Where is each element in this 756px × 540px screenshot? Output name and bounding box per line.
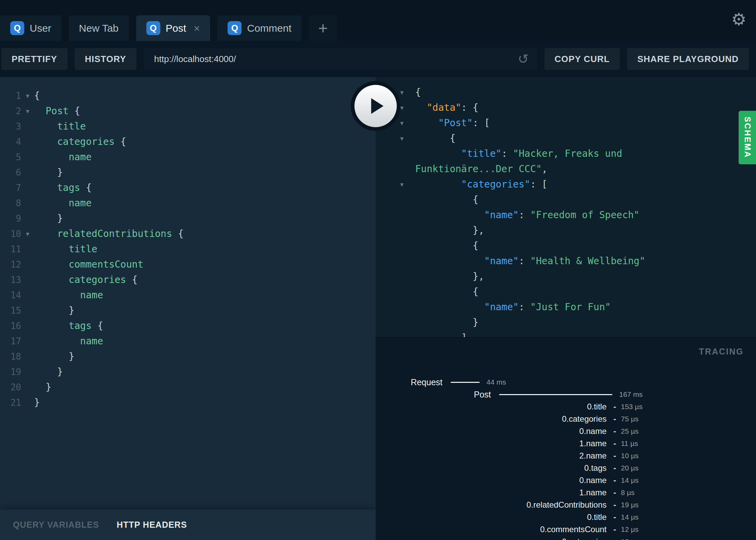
code-token: name — [34, 151, 92, 163]
response-line: ▾ "Post": [ — [376, 115, 756, 131]
query-editor-line: 20 } — [0, 379, 376, 395]
code-token: } — [34, 213, 63, 224]
play-icon — [371, 98, 383, 114]
response-line: Funktionäre...Der CCC", — [376, 161, 756, 177]
tab-label: New Tab — [79, 22, 118, 34]
tab-post[interactable]: QPost× — [136, 15, 210, 41]
response-code-text: { — [415, 87, 421, 98]
history-button[interactable]: HISTORY — [75, 48, 136, 70]
response-code-text: }, — [415, 271, 484, 282]
tab-new-tab[interactable]: New Tab — [69, 15, 129, 41]
line-number: 19 — [0, 367, 21, 377]
query-editor-line: 13 categories { — [0, 272, 376, 287]
code-token: ], — [415, 332, 473, 337]
tracing-label: 1.name — [376, 486, 607, 499]
line-number: 10 — [0, 229, 21, 239]
response-line: ], — [376, 330, 756, 337]
schema-side-tab[interactable]: SCHEMA — [739, 111, 756, 164]
response-code-text: "title": "Hacker, Freaks und — [415, 148, 622, 159]
query-editor-line: 5 name — [0, 149, 376, 165]
tracing-dash: - — [613, 499, 616, 511]
endpoint-url-input[interactable] — [144, 48, 537, 70]
line-number: 7 — [0, 183, 21, 193]
tracing-label: 0.name — [376, 474, 607, 486]
fold-arrow-icon[interactable]: ▾ — [21, 92, 34, 100]
code-token: categories — [34, 274, 132, 285]
tracing-duration-value: 19 µs — [621, 499, 639, 511]
tracing-label: 0.title — [376, 401, 607, 413]
code-token: title — [34, 243, 97, 255]
tracing-panel-title[interactable]: TRACING — [699, 347, 744, 357]
code-token: { — [415, 286, 478, 297]
fold-arrow-icon[interactable]: ▾ — [400, 119, 415, 127]
query-code-text: name — [34, 197, 92, 209]
code-token: tags — [34, 182, 86, 193]
code-token: "name" — [415, 255, 519, 267]
tracing-duration-value: 153 µs — [621, 401, 642, 413]
response-code-text: Funktionäre...Der CCC", — [415, 163, 548, 175]
tab-close-icon[interactable]: × — [194, 23, 200, 34]
tracing-dash: - — [613, 536, 616, 540]
fold-arrow-icon[interactable]: ▾ — [400, 134, 415, 142]
response-code-text: ], — [415, 332, 473, 337]
fold-arrow-icon[interactable]: ▾ — [21, 230, 34, 238]
line-number: 13 — [0, 275, 21, 285]
line-number: 4 — [0, 137, 21, 147]
prettify-button[interactable]: PRETTIFY — [1, 48, 68, 70]
query-editor-line: 12 commentsCount — [0, 257, 376, 272]
reload-schema-icon[interactable]: ↺ — [518, 51, 529, 66]
execute-query-button[interactable] — [354, 85, 397, 127]
settings-gear-icon[interactable]: ⚙ — [731, 11, 746, 28]
code-token: { — [178, 228, 184, 239]
code-token: Funktionäre...Der CCC" — [415, 163, 542, 175]
response-line: { — [376, 284, 756, 299]
tab-comment[interactable]: QComment — [217, 15, 302, 41]
code-token: name — [34, 197, 92, 209]
tracing-dash: - — [613, 450, 616, 462]
code-token: categories — [34, 136, 120, 147]
query-code-text: } — [34, 167, 63, 178]
tracing-duration-value: 167 ms — [619, 388, 643, 401]
response-code-text: "Post": [ — [415, 117, 490, 129]
response-code-text: "name": "Health & Wellbeing" — [415, 255, 645, 267]
graphql-playground-window: QUserNew TabQPost×QComment + ⚙ PRETTIFY … — [0, 0, 756, 540]
code-token: "Post" — [415, 117, 473, 129]
response-line: "title": "Hacker, Freaks und — [376, 146, 756, 161]
query-editor-line: 18 } — [0, 349, 376, 364]
tracing-duration-value: 25 µs — [621, 425, 639, 437]
add-tab-button[interactable]: + — [309, 15, 337, 41]
query-variables-tab[interactable]: QUERY VARIABLES — [13, 520, 99, 530]
line-number: 3 — [0, 121, 21, 132]
http-headers-tab[interactable]: HTTP HEADERS — [117, 520, 187, 530]
line-number: 11 — [0, 244, 21, 254]
tracing-label: 1.name — [376, 437, 607, 450]
fold-arrow-icon[interactable]: ▾ — [21, 107, 34, 115]
query-editor-line: 1▾{ — [0, 88, 376, 103]
share-playground-button[interactable]: SHARE PLAYGROUND — [627, 48, 749, 70]
query-code-text: name — [34, 289, 103, 301]
query-editor-pane[interactable]: 1▾{2▾ Post {3 title4 categories {5 name6… — [0, 77, 376, 540]
toolbar: PRETTIFY HISTORY ↺ COPY CURL SHARE PLAYG… — [0, 41, 756, 77]
fold-arrow-icon[interactable]: ▾ — [400, 88, 415, 96]
code-token: "name" — [415, 209, 519, 221]
query-code-text: commentsCount — [34, 259, 143, 270]
fold-arrow-icon[interactable]: ▾ — [400, 180, 415, 189]
query-editor-line: 14 name — [0, 287, 376, 303]
query-code-text: } — [34, 351, 74, 362]
response-line: "name": "Freedom of Speech" — [376, 207, 756, 223]
line-number: 8 — [0, 198, 21, 208]
fold-arrow-icon[interactable]: ▾ — [400, 104, 415, 112]
query-code-text: tags { — [34, 182, 92, 193]
query-code-text: } — [34, 366, 63, 377]
query-editor-line: 19 } — [0, 364, 376, 379]
response-code-text: } — [415, 317, 478, 328]
query-code-text: } — [34, 397, 40, 408]
copy-curl-button[interactable]: COPY CURL — [544, 48, 620, 70]
query-badge-icon: Q — [228, 21, 242, 35]
tab-label: Comment — [247, 22, 291, 34]
endpoint-url-wrapper: ↺ — [144, 48, 537, 70]
query-code-text: relatedContributions { — [34, 228, 184, 239]
tracing-duration-value: 13 µs — [621, 536, 639, 540]
code-token: "name" — [415, 301, 519, 313]
tab-user[interactable]: QUser — [0, 15, 61, 41]
